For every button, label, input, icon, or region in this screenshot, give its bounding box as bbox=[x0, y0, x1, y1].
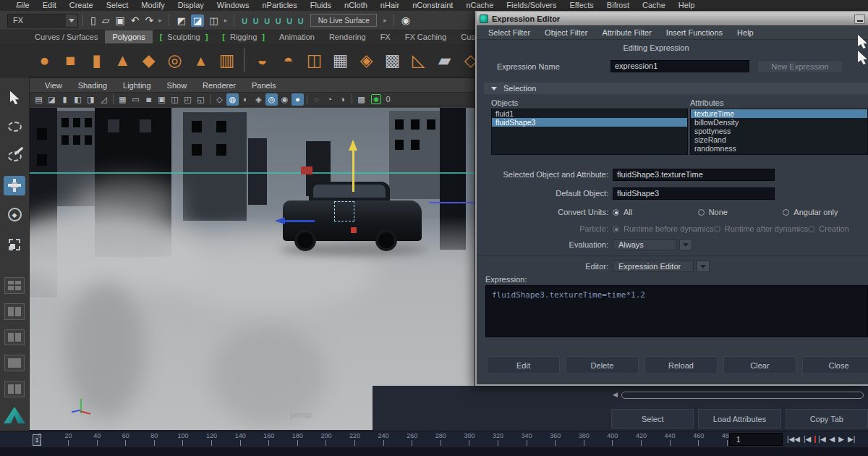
undo-icon[interactable]: ↶ bbox=[131, 15, 140, 25]
textured-mode-icon[interactable]: ◐ bbox=[239, 93, 252, 106]
attributes-list-item[interactable]: numWaves bbox=[691, 153, 867, 155]
viewport-icon[interactable] bbox=[210, 94, 210, 104]
layout-two-pane-button[interactable] bbox=[4, 303, 25, 320]
layout-four-view-button[interactable] bbox=[4, 277, 25, 294]
hud-counter[interactable]: 0 bbox=[382, 93, 394, 106]
poly-sphere-icon[interactable]: ● bbox=[33, 47, 56, 73]
expression-name-input[interactable]: expression1 bbox=[610, 60, 749, 72]
live-surface-field[interactable]: No Live Surface bbox=[310, 14, 377, 27]
expression-editor-menu-item[interactable]: Object Filter bbox=[537, 28, 595, 37]
snapshot-icon[interactable]: ▩ bbox=[355, 93, 367, 106]
snap-point-icon[interactable]: ∪ bbox=[263, 16, 271, 25]
safe-title-icon[interactable]: ◱ bbox=[195, 93, 207, 106]
current-frame-field[interactable]: 1 bbox=[729, 433, 783, 446]
minimize-button[interactable] bbox=[854, 14, 865, 24]
expression-editor-menu-item[interactable]: Attribute Filter bbox=[595, 28, 658, 37]
select-object-icon[interactable]: ◪ bbox=[191, 14, 204, 27]
film-gate-icon[interactable]: ▭ bbox=[129, 93, 142, 106]
layout-hypershade-persp-button[interactable] bbox=[4, 381, 25, 397]
play-backwards-button[interactable]: ◀ bbox=[830, 436, 835, 443]
step-back-key-button[interactable]: |◀ bbox=[814, 436, 825, 443]
poly-pipe-icon[interactable]: ▥ bbox=[216, 47, 238, 73]
menu-item[interactable]: Fields/Solvers bbox=[500, 0, 563, 11]
go-to-end-button[interactable]: ▶| bbox=[848, 436, 855, 443]
objects-list-item[interactable]: fluidShape3 bbox=[492, 118, 687, 127]
use-all-lights-icon[interactable]: ◈ bbox=[252, 93, 265, 106]
range-slider-strip[interactable] bbox=[0, 447, 868, 456]
attribute-editor-button[interactable]: Load Attributes bbox=[698, 409, 780, 428]
attributes-list-item[interactable]: randomness bbox=[691, 144, 867, 153]
viewport-menu-item[interactable]: Shading bbox=[70, 81, 115, 90]
convert-units-radio[interactable]: Angular only bbox=[783, 206, 868, 219]
move-tool[interactable] bbox=[4, 176, 25, 196]
selection-section-header[interactable]: Selection bbox=[484, 83, 868, 94]
attribute-editor-button[interactable]: Select bbox=[611, 409, 694, 428]
translate-x-manipulator[interactable] bbox=[284, 220, 315, 222]
perspective-viewport[interactable]: ViewShadingLightingShowRendererPanels ▤◪… bbox=[29, 77, 475, 431]
viewport-icon[interactable] bbox=[352, 94, 352, 104]
redo-icon[interactable]: ↷ bbox=[145, 15, 153, 25]
layout-single-pane-button[interactable] bbox=[4, 355, 25, 371]
menu-item[interactable]: Bifrost bbox=[600, 0, 636, 11]
gate-mask-icon[interactable]: ▣ bbox=[156, 93, 168, 106]
attributes-list-item[interactable]: billowDensity bbox=[691, 118, 867, 127]
selected-attribute-field[interactable]: fluidShape3.textureTime bbox=[613, 169, 775, 181]
layout-outliner-persp-button[interactable] bbox=[4, 329, 25, 346]
expression-editor-window[interactable]: Expression Editor Select FilterObject Fi… bbox=[475, 11, 868, 386]
poly-cylinder-icon[interactable]: ▮ bbox=[85, 47, 108, 73]
exposure-icon[interactable]: ◑ bbox=[336, 93, 349, 106]
window-titlebar[interactable]: Expression Editor bbox=[477, 12, 868, 25]
image-plane-icon[interactable]: ◧ bbox=[72, 93, 84, 106]
scale-tool[interactable] bbox=[4, 235, 25, 255]
viewport-icon[interactable] bbox=[307, 94, 307, 104]
menu-item[interactable]: Fluids bbox=[304, 0, 338, 11]
viewport-menu-item[interactable]: Panels bbox=[244, 81, 284, 90]
chevron-down-icon[interactable] bbox=[697, 261, 710, 272]
shelf-tab[interactable]: FX bbox=[373, 30, 398, 43]
bookmark-icon[interactable]: ▮ bbox=[59, 93, 71, 106]
viewport-icon[interactable] bbox=[113, 94, 114, 104]
motion-blur-icon[interactable]: ● bbox=[292, 93, 304, 106]
safe-action-icon[interactable]: ◰ bbox=[182, 93, 194, 106]
poly-cube-icon[interactable]: ■ bbox=[59, 47, 82, 73]
subdivide-icon[interactable]: ▩ bbox=[381, 47, 404, 73]
shelf-tab[interactable]: Rigging bbox=[215, 30, 272, 43]
grease-pencil-icon[interactable]: ◿ bbox=[98, 93, 110, 106]
expression-editor-button[interactable]: Clear bbox=[723, 356, 796, 374]
attributes-list-item[interactable]: textureTime bbox=[691, 109, 867, 118]
combine-icon[interactable]: ◒ bbox=[251, 47, 273, 73]
select-hierarchy-icon[interactable]: ◩ bbox=[175, 14, 188, 27]
shadows-icon[interactable]: ◎ bbox=[265, 93, 278, 106]
expression-editor-button[interactable]: Reload bbox=[644, 356, 718, 374]
xray-icon[interactable]: ◔ bbox=[323, 93, 336, 106]
shelf-tab[interactable]: Curves / Surfaces bbox=[27, 30, 105, 43]
shelf-tab[interactable]: Polygons bbox=[105, 30, 152, 43]
menu-item[interactable]: Cache bbox=[636, 0, 672, 11]
objects-list[interactable]: fluid1fluidShape3 bbox=[491, 109, 688, 155]
menu-item[interactable]: Windows bbox=[210, 0, 256, 11]
step-back-frame-button[interactable]: |◀ bbox=[804, 436, 811, 443]
poly-cone-icon[interactable]: ▲ bbox=[111, 47, 134, 73]
select-component-icon[interactable]: ◫ bbox=[207, 14, 220, 27]
shelf-tab[interactable]: Rendering bbox=[322, 30, 373, 43]
viewport-menu-item[interactable]: Show bbox=[159, 81, 195, 90]
separate-icon[interactable]: ◓ bbox=[277, 47, 299, 73]
eye-icon[interactable]: ◉ bbox=[401, 15, 410, 25]
viewport-menu-item[interactable]: View bbox=[37, 81, 70, 90]
attribute-editor-button[interactable]: Copy Tab bbox=[786, 409, 868, 428]
menu-set-selector[interactable]: FX bbox=[7, 14, 78, 28]
shaded-mode-icon[interactable]: ◍ bbox=[226, 93, 239, 106]
shelf-tab[interactable]: Sculpting bbox=[153, 30, 216, 43]
fill-hole-icon[interactable]: ▦ bbox=[329, 47, 352, 73]
paint-select-tool[interactable] bbox=[4, 146, 25, 166]
menu-item[interactable]: nCloth bbox=[338, 0, 374, 11]
scrollbar-track[interactable] bbox=[621, 392, 864, 399]
snap-grid-icon[interactable]: ∪ bbox=[241, 16, 248, 25]
horizontal-scrollbar[interactable]: ◀ bbox=[613, 391, 864, 399]
make-live-icon[interactable]: ∪ bbox=[297, 16, 305, 25]
isolate-select-icon[interactable]: ◌ bbox=[310, 93, 323, 106]
menu-item[interactable]: Effects bbox=[563, 0, 600, 11]
editor-dropdown[interactable]: Expression Editor bbox=[613, 261, 694, 272]
current-time-marker[interactable]: 1 bbox=[33, 434, 41, 446]
expression-editor-menu-item[interactable]: Select Filter bbox=[481, 28, 537, 37]
